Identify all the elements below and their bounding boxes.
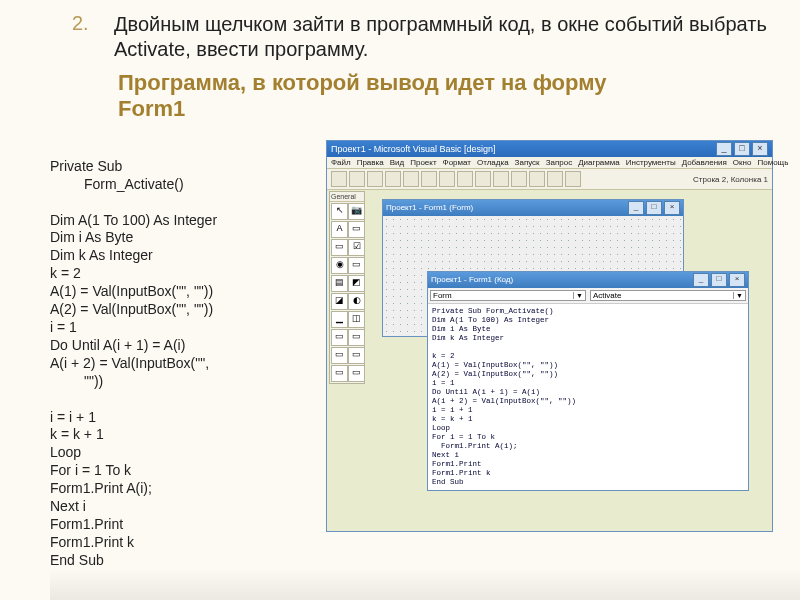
minimize-icon[interactable]: _ (628, 201, 644, 215)
toolbar-button[interactable] (385, 171, 401, 187)
code-line: Form_Activate() (50, 176, 310, 194)
code-line: Dim k As Integer (50, 247, 153, 263)
code-line: k = 2 (50, 265, 81, 281)
tool-icon[interactable]: ▭ (331, 347, 348, 364)
code-editor[interactable]: Private Sub Form_Activate() Dim A(1 To 1… (428, 304, 748, 490)
code-line: Private Sub (50, 158, 122, 174)
code-line: End Sub (50, 552, 104, 568)
code-line: i = i + 1 (50, 409, 96, 425)
maximize-icon[interactable]: □ (646, 201, 662, 215)
close-icon[interactable]: × (752, 142, 768, 156)
minimize-icon[interactable]: _ (716, 142, 732, 156)
tool-icon[interactable]: ↖ (331, 203, 348, 220)
tool-icon[interactable]: ▭ (348, 257, 365, 274)
menu-item[interactable]: Проект (410, 158, 436, 167)
event-dropdown-value: Activate (593, 291, 621, 300)
maximize-icon[interactable]: □ (711, 273, 727, 287)
code-line: Dim i As Byte (50, 229, 133, 245)
tool-icon[interactable]: ▤ (331, 275, 348, 292)
code-line: i = 1 (50, 319, 77, 335)
toolbar-button[interactable] (547, 171, 563, 187)
menu-item[interactable]: Инструменты (626, 158, 676, 167)
tool-icon[interactable]: ▭ (331, 365, 348, 382)
tool-icon[interactable]: ▭ (348, 347, 365, 364)
form-window-title: Проект1 - Form1 (Form) (386, 203, 473, 212)
object-dropdown[interactable]: Form ▼ (430, 290, 586, 301)
footer-shadow (50, 568, 800, 600)
menu-item[interactable]: Диаграмма (578, 158, 620, 167)
tool-icon[interactable]: ◐ (348, 293, 365, 310)
code-listing: Private Sub Form_Activate() Dim A(1 To 1… (50, 140, 310, 570)
chevron-down-icon: ▼ (573, 292, 583, 299)
menu-item[interactable]: Окно (733, 158, 752, 167)
tool-icon[interactable]: ☑ (348, 239, 365, 256)
menu-item[interactable]: Помощь (757, 158, 788, 167)
code-line: A(i + 2) = Val(InputBox("", (50, 355, 209, 371)
code-line: A(2) = Val(InputBox("", "")) (50, 301, 213, 317)
vb-ide-screenshot: Проект1 - Microsoft Visual Basic [design… (326, 140, 773, 532)
toolbar-button[interactable] (421, 171, 437, 187)
tool-icon[interactable]: ◫ (348, 311, 365, 328)
tool-icon[interactable]: ▭ (348, 329, 365, 346)
tool-icon[interactable]: ◩ (348, 275, 365, 292)
vb-window-title: Проект1 - Microsoft Visual Basic [design… (331, 144, 496, 154)
close-icon[interactable]: × (729, 273, 745, 287)
toolbar-button[interactable] (367, 171, 383, 187)
code-line: "")) (50, 373, 310, 391)
tool-icon[interactable]: ▁ (331, 311, 348, 328)
code-line: A(1) = Val(InputBox("", "")) (50, 283, 213, 299)
code-line: Form1.Print A(i); (50, 480, 152, 496)
code-line: k = k + 1 (50, 426, 104, 442)
tool-icon[interactable]: ▭ (331, 239, 348, 256)
code-window-title: Проект1 - Form1 (Код) (431, 275, 513, 284)
code-line: Dim A(1 To 100) As Integer (50, 212, 217, 228)
tool-icon[interactable]: ▭ (331, 329, 348, 346)
menu-item[interactable]: Запуск (515, 158, 540, 167)
code-line: Next i (50, 498, 86, 514)
toolbar-button[interactable] (475, 171, 491, 187)
task-text: Двойным щелчком зайти в программный код,… (114, 12, 780, 62)
tool-icon[interactable]: 📷 (348, 203, 365, 220)
minimize-icon[interactable]: _ (693, 273, 709, 287)
object-dropdown-value: Form (433, 291, 452, 300)
menu-item[interactable]: Файл (331, 158, 351, 167)
code-line: For i = 1 To k (50, 462, 131, 478)
toolbar-button[interactable] (565, 171, 581, 187)
list-number: 2. (72, 12, 96, 35)
toolbar-button[interactable] (439, 171, 455, 187)
toolbar-button[interactable] (403, 171, 419, 187)
toolbar-button[interactable] (331, 171, 347, 187)
menu-item[interactable]: Добавления (682, 158, 727, 167)
program-title-line1: Программа, в которой вывод идет на форму (118, 70, 606, 95)
menu-item[interactable]: Запрос (546, 158, 573, 167)
toolbox-title: General (330, 192, 364, 202)
tool-icon[interactable]: ◪ (331, 293, 348, 310)
vb-menu-bar[interactable]: Файл Правка Вид Проект Формат Отладка За… (327, 157, 772, 169)
toolbar-button[interactable] (529, 171, 545, 187)
code-line: Form1.Print (50, 516, 123, 532)
toolbar-button[interactable] (349, 171, 365, 187)
tool-icon[interactable]: ▭ (348, 365, 365, 382)
menu-item[interactable]: Правка (357, 158, 384, 167)
tool-icon[interactable]: ▭ (348, 221, 365, 238)
chevron-down-icon: ▼ (733, 292, 743, 299)
toolbar-button[interactable] (457, 171, 473, 187)
code-line: Form1.Print k (50, 534, 134, 550)
maximize-icon[interactable]: □ (734, 142, 750, 156)
toolbar-button[interactable] (511, 171, 527, 187)
tool-icon[interactable]: A (331, 221, 348, 238)
code-line: Loop (50, 444, 81, 460)
toolbox-panel: General ↖ 📷 A ▭ ▭ ☑ ◉ ▭ ▤ ◩ ◪ ◐ (329, 191, 365, 384)
menu-item[interactable]: Вид (390, 158, 404, 167)
program-title: Программа, в которой вывод идет на форму… (0, 62, 780, 122)
status-position: Строка 2, Колонка 1 (693, 175, 768, 184)
program-title-line2: Form1 (118, 96, 185, 121)
event-dropdown[interactable]: Activate ▼ (590, 290, 746, 301)
menu-item[interactable]: Отладка (477, 158, 509, 167)
close-icon[interactable]: × (664, 201, 680, 215)
code-line: Do Until A(i + 1) = A(i) (50, 337, 185, 353)
toolbar-button[interactable] (493, 171, 509, 187)
tool-icon[interactable]: ◉ (331, 257, 348, 274)
menu-item[interactable]: Формат (443, 158, 471, 167)
